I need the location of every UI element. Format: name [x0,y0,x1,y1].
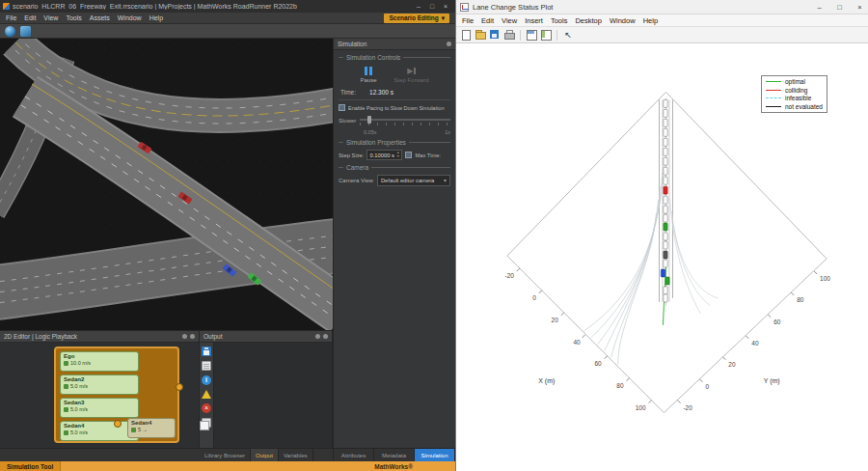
chevron-down-icon: ▾ [444,178,447,183]
fig-menu-tools[interactable]: Tools [551,16,568,25]
error-icon[interactable]: × [202,403,211,413]
pacing-checkbox[interactable] [339,104,345,111]
minimize-icon[interactable]: – [412,3,425,10]
legend-line-sample [766,81,781,82]
roadrunner-main: 2D Editor | Logic Playback Ego 10.0 m/s [0,39,455,461]
actor-node-ego[interactable]: Ego 10.0 m/s [60,351,139,372]
slider-track [360,119,450,121]
max-time-checkbox[interactable] [405,152,412,158]
gear-icon[interactable] [447,42,451,46]
menu-item-file[interactable]: File [6,14,16,21]
connector-port[interactable] [114,420,122,428]
not-evaluated-vehicle [664,251,667,259]
slider-thumb[interactable] [367,116,371,124]
fig-menu-window[interactable]: Window [610,16,636,25]
time-label: Time: [340,89,356,96]
legend-entry-colliding: colliding [766,87,823,94]
menu-item-view[interactable]: View [43,14,58,21]
step-forward-button[interactable]: ▶ Step Forward [394,67,429,83]
fig-menu-edit[interactable]: Edit [481,16,494,25]
connector-port[interactable] [176,383,183,391]
actor-node-sedan2[interactable]: Sedan2 5.0 m/s [60,374,139,395]
new-file-icon[interactable] [460,29,472,41]
step-forward-label: Step Forward [394,77,429,83]
tab-metadata[interactable]: Metadata [374,449,415,461]
gear-icon[interactable] [182,334,187,339]
camera-view-icon[interactable] [5,26,15,37]
actor-node-sedan3[interactable]: Sedan3 5.0 m/s [60,398,139,418]
open-folder-icon[interactable] [475,29,486,41]
pacing-slider-row: Slower [339,115,450,125]
scenario-editing-dropdown[interactable]: Scenario Editing ▾ [384,14,449,23]
action-value: 5 → [138,427,148,433]
fig-menu-view[interactable]: View [502,16,517,25]
chevron-down-icon: ▾ [442,14,445,22]
menu-item-assets[interactable]: Assets [90,14,110,21]
roadrunner-titlebar: scenario_HLCRR_06_Freeway_Exit.rrscenari… [0,0,455,13]
step-size-input[interactable]: 0.10000 s ▲▼ [366,150,402,160]
step-size-value: 0.10000 s [369,152,393,158]
minimize-icon[interactable]: – [811,3,827,12]
maximize-icon[interactable]: □ [831,3,848,12]
figure-toolbar: ↖ [456,27,868,43]
figure-window: Lane Change Status Plot – □ × File Edit … [455,0,868,471]
menu-item-edit[interactable]: Edit [24,14,36,21]
fig-menu-insert[interactable]: Insert [525,16,543,25]
pacing-row: Enable Pacing to Slow Down Simulation [339,104,450,111]
copy-icon[interactable] [202,418,211,428]
maximize-icon[interactable]: □ [425,3,439,10]
panel-menu-icon[interactable] [323,334,328,339]
info-icon[interactable]: i [202,375,211,385]
tab-output[interactable]: Output [251,449,279,461]
3d-viewport[interactable] [0,39,333,330]
vehicle-tool-icon[interactable] [20,26,31,37]
x-axis-label: X (m) [538,377,555,385]
camera-view-label: Camera View [339,178,373,183]
colliding-vehicle [664,186,667,194]
legend[interactable]: optimal colliding infeasible not evaluat… [761,75,827,113]
simulation-panel: Simulation Simulation Controls Pause ▶ S… [333,39,455,461]
menu-item-tools[interactable]: Tools [66,14,81,21]
save-icon[interactable] [489,29,501,41]
pause-button[interactable]: Pause [360,67,376,83]
warning-icon[interactable] [202,390,211,399]
fig-menu-desktop[interactable]: Desktop [575,16,602,25]
new-file-icon[interactable] [202,361,211,371]
legend-line-sample [766,106,781,107]
fig-menu-file[interactable]: File [462,16,474,25]
layout-icon[interactable] [540,29,552,41]
tab-variables[interactable]: Variables [279,449,313,461]
print-icon[interactable] [503,29,515,41]
logic-canvas[interactable]: Ego 10.0 m/s Sedan2 5.0 m/s Sedan3 5.0 m… [0,343,199,448]
simulation-panel-title: Simulation [338,41,366,47]
side-tab-bar: Attributes Metadata Simulation [334,448,455,461]
spinner-down-icon[interactable]: ▼ [396,155,399,159]
ego-vehicle [661,269,665,277]
menu-item-help[interactable]: Help [149,14,163,21]
legend-entry-optimal: optimal [766,78,823,85]
fig-menu-help[interactable]: Help [643,16,658,25]
section-simulation-properties: Simulation Properties [339,139,450,146]
panel-menu-icon[interactable] [190,334,195,339]
figure-window-title: Lane Change Status Plot [473,3,807,12]
dock-figure-icon[interactable] [526,29,537,41]
tab-library-browser[interactable]: Library Browser [200,449,251,461]
optimal-vehicle-1 [664,223,667,231]
plot-area[interactable]: -20 0 20 40 60 80 100 [456,43,868,471]
slider-min-label: 0.05x [364,129,376,135]
close-icon[interactable]: × [439,3,452,10]
status-brand: MathWorks® [374,463,413,470]
actor-name: Sedan3 [64,400,135,406]
tab-simulation[interactable]: Simulation [415,449,455,461]
camera-view-dropdown[interactable]: Default editor camera ▾ [377,175,450,186]
menu-item-window[interactable]: Window [118,14,142,21]
pointer-icon[interactable]: ↖ [562,29,574,41]
gear-icon[interactable] [315,334,320,339]
pacing-slider[interactable] [360,115,450,125]
close-icon[interactable]: × [852,3,868,12]
tab-attributes[interactable]: Attributes [334,449,374,461]
x-tick-label: 20 [552,317,559,323]
save-log-icon[interactable] [202,346,211,356]
logic-phase-container[interactable]: Ego 10.0 m/s Sedan2 5.0 m/s Sedan3 5.0 m… [54,346,179,443]
action-node-sedan4[interactable]: Sedan4 5 → [127,418,176,438]
